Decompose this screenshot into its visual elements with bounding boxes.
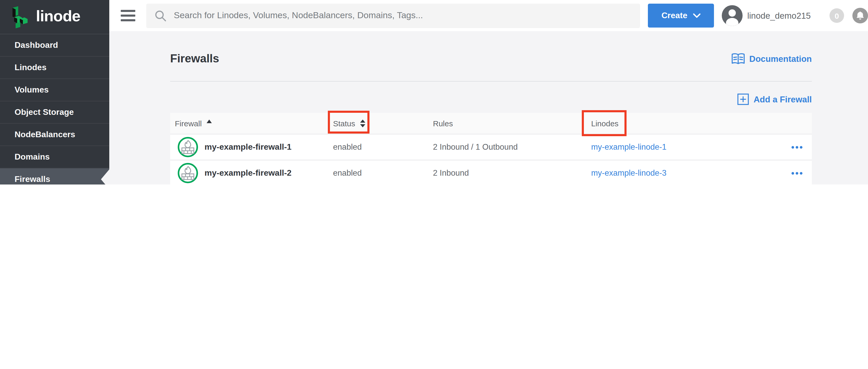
column-header-rules: Rules <box>433 119 591 128</box>
table-actions-row: Add a Firewall <box>170 94 812 105</box>
page-header: Firewalls Documentation <box>170 52 812 66</box>
sidebar-nav: Dashboard Linodes Volumes Object Storage… <box>0 34 109 184</box>
sidebar-item-nodebalancers[interactable]: NodeBalancers <box>0 124 109 146</box>
create-button[interactable]: Create <box>648 4 714 28</box>
firewall-enabled-icon <box>178 137 198 158</box>
column-header-firewall[interactable]: Firewall <box>170 119 333 128</box>
linode-logo[interactable]: linode <box>0 0 109 34</box>
firewall-rules: 2 Inbound / 1 Outbound <box>433 142 591 152</box>
sidebar-item-domains[interactable]: Domains <box>0 146 109 168</box>
row-actions-menu-icon[interactable] <box>790 169 803 177</box>
firewalls-table: Firewall Status Rules Linodes <box>170 113 812 184</box>
main-content: Firewalls Documentation <box>109 31 868 184</box>
status-column-label: Status <box>333 119 355 128</box>
header-divider <box>170 81 812 81</box>
documentation-label: Documentation <box>749 54 812 64</box>
sidebar-item-label: Firewalls <box>14 175 50 184</box>
notification-count-badge[interactable]: 0 <box>830 8 844 23</box>
sidebar-item-label: Object Storage <box>14 108 74 117</box>
search-input[interactable] <box>174 10 632 21</box>
add-firewall-label: Add a Firewall <box>753 94 812 104</box>
sort-toggle-icon <box>360 119 365 127</box>
firewall-name-link[interactable]: my-example-firewall-2 <box>205 168 291 178</box>
sidebar-item-label: Linodes <box>14 63 46 72</box>
documentation-link[interactable]: Documentation <box>731 53 812 65</box>
rules-column-label: Rules <box>433 119 453 128</box>
linode-link[interactable]: my-example-linode-1 <box>591 142 666 151</box>
row-actions-menu-icon[interactable] <box>790 143 803 152</box>
hamburger-menu-icon[interactable] <box>121 7 135 24</box>
chevron-down-icon <box>693 13 701 18</box>
sidebar-item-linodes[interactable]: Linodes <box>0 57 109 79</box>
firewall-status: enabled <box>333 142 433 152</box>
sidebar-item-label: NodeBalancers <box>14 130 75 139</box>
user-menu[interactable]: linode_demo215 <box>721 5 811 27</box>
table-header-row: Firewall Status Rules Linodes <box>170 113 812 134</box>
notifications-button[interactable] <box>852 8 868 23</box>
create-button-label: Create <box>661 11 687 20</box>
active-item-notch <box>101 169 109 184</box>
firewall-column-label: Firewall <box>175 119 202 128</box>
topbar: Create linode_demo215 0 <box>109 0 868 31</box>
sidebar-item-firewalls[interactable]: Firewalls <box>0 168 109 184</box>
firewall-status: enabled <box>333 168 433 178</box>
avatar-icon <box>721 5 743 27</box>
app-window: linode Dashboard Linodes Volumes Object … <box>0 0 868 184</box>
sidebar-item-label: Dashboard <box>14 40 58 50</box>
column-header-status[interactable]: Status <box>333 119 433 128</box>
sidebar-item-volumes[interactable]: Volumes <box>0 79 109 101</box>
sort-ascending-icon <box>206 119 212 123</box>
add-firewall-button[interactable]: Add a Firewall <box>737 94 812 105</box>
username: linode_demo215 <box>747 11 811 21</box>
search-icon <box>155 10 166 22</box>
notification-count: 0 <box>835 11 839 20</box>
column-header-linodes: Linodes <box>591 119 781 128</box>
page-title: Firewalls <box>170 52 219 66</box>
firewall-rules: 2 Inbound <box>433 168 591 178</box>
logo-wordmark: linode <box>36 7 81 25</box>
search-bar[interactable] <box>146 3 640 28</box>
plus-square-icon <box>737 94 749 105</box>
linode-link[interactable]: my-example-linode-3 <box>591 168 666 177</box>
linode-logo-icon <box>10 5 31 28</box>
bell-icon <box>852 8 868 23</box>
sidebar-item-label: Volumes <box>14 85 49 95</box>
linodes-column-label: Linodes <box>591 119 618 128</box>
sidebar-item-object-storage[interactable]: Object Storage <box>0 101 109 124</box>
sidebar: linode Dashboard Linodes Volumes Object … <box>0 0 109 184</box>
sidebar-item-label: Domains <box>14 152 50 162</box>
table-row: my-example-firewall-2 enabled 2 Inbound … <box>170 160 812 184</box>
firewall-name-link[interactable]: my-example-firewall-1 <box>205 142 291 152</box>
firewall-enabled-icon <box>178 163 198 183</box>
book-icon <box>731 53 745 65</box>
sidebar-item-dashboard[interactable]: Dashboard <box>0 34 109 57</box>
table-row: my-example-firewall-1 enabled 2 Inbound … <box>170 134 812 160</box>
